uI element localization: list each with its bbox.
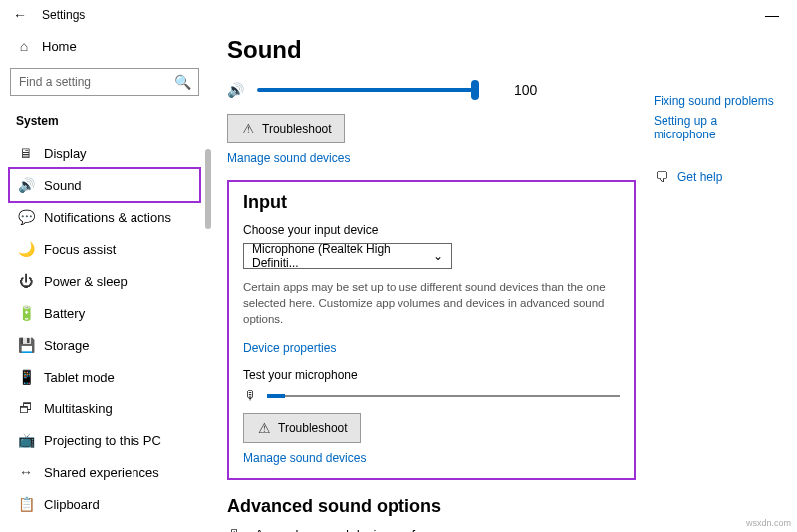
- troubleshoot-input-button[interactable]: ⚠ Troubleshoot: [243, 413, 361, 443]
- volume-value: 100: [514, 82, 537, 98]
- nav-label: Shared experiences: [44, 465, 159, 480]
- advanced-section: Advanced sound options 🎚 App volume and …: [227, 496, 777, 532]
- btn-label: Troubleshoot: [278, 421, 348, 435]
- sidebar-item-notifications[interactable]: 💬Notifications & actions: [10, 201, 199, 233]
- search-input[interactable]: Find a setting 🔍: [10, 68, 199, 96]
- choose-device-label: Choose your input device: [243, 223, 620, 237]
- multi-icon: 🗗: [18, 400, 34, 416]
- fixing-problems-link[interactable]: Fixing sound problems: [654, 94, 783, 108]
- sidebar-item-multitasking[interactable]: 🗗Multitasking: [10, 393, 199, 424]
- shared-icon: ↔: [18, 464, 34, 480]
- sidebar-item-display[interactable]: 🖥Display: [10, 137, 199, 169]
- tablet-icon: 📱: [18, 369, 34, 385]
- nav-label: Projecting to this PC: [44, 433, 161, 448]
- clip-icon: 📋: [18, 496, 34, 512]
- select-value: Microphone (Realtek High Definiti...: [252, 242, 433, 270]
- sidebar-item-focus[interactable]: 🌙Focus assist: [10, 233, 199, 265]
- advanced-heading: Advanced sound options: [227, 496, 777, 517]
- watermark: wsxdn.com: [746, 518, 791, 528]
- manage-output-link[interactable]: Manage sound devices: [227, 151, 350, 165]
- sidebar-item-projecting[interactable]: 📺Projecting to this PC: [10, 424, 199, 456]
- input-heading: Input: [243, 192, 620, 213]
- home-icon: ⌂: [16, 38, 32, 54]
- sidebar-item-sound[interactable]: 🔊Sound: [8, 167, 201, 203]
- input-device-select[interactable]: Microphone (Realtek High Definiti... ⌄: [243, 243, 452, 269]
- nav-label: Tablet mode: [44, 370, 115, 385]
- setup-mic-link[interactable]: Setting up a microphone: [654, 114, 783, 141]
- main-content: Sound 🔊 100 ⚠ Troubleshoot Manage sound …: [209, 30, 797, 532]
- manage-input-link[interactable]: Manage sound devices: [243, 451, 366, 465]
- related-links: Fixing sound problems Setting up a micro…: [654, 94, 783, 185]
- volume-icon: 🔊: [227, 82, 243, 98]
- device-properties-link[interactable]: Device properties: [243, 341, 336, 355]
- notify-icon: 💬: [18, 209, 34, 225]
- sidebar-item-tablet[interactable]: 📱Tablet mode: [10, 361, 199, 393]
- mic-icon: 🎙: [243, 388, 259, 403]
- search-placeholder: Find a setting: [19, 75, 174, 89]
- nav-label: Notifications & actions: [44, 210, 171, 225]
- input-section: Input Choose your input device Microphon…: [227, 180, 636, 480]
- battery-icon: 🔋: [18, 305, 34, 321]
- sidebar: ⌂ Home Find a setting 🔍 System 🖥Display …: [0, 30, 209, 532]
- sliders-icon: 🎚: [227, 527, 243, 532]
- get-help[interactable]: 🗨 Get help: [654, 169, 783, 185]
- nav-label: Power & sleep: [44, 274, 128, 289]
- nav-label: Multitasking: [44, 401, 113, 416]
- nav-label: Battery: [44, 306, 85, 321]
- chevron-down-icon: ⌄: [433, 249, 443, 263]
- sidebar-item-power[interactable]: ⏻Power & sleep: [10, 265, 199, 297]
- advanced-item[interactable]: 🎚 App volume and device preferences Cust…: [227, 527, 777, 532]
- btn-label: Troubleshoot: [262, 122, 332, 135]
- mic-level-bar: [267, 395, 620, 397]
- minimize-button[interactable]: —: [757, 7, 787, 23]
- warning-icon: ⚠: [240, 121, 256, 136]
- sidebar-section: System: [10, 110, 199, 137]
- advanced-item-title: App volume and device preferences: [255, 527, 560, 532]
- warning-icon: ⚠: [256, 420, 272, 436]
- home-label: Home: [42, 39, 77, 54]
- get-help-link[interactable]: Get help: [677, 170, 722, 184]
- help-icon: 🗨: [654, 169, 669, 185]
- back-button[interactable]: ←: [10, 7, 30, 23]
- sidebar-item-shared[interactable]: ↔Shared experiences: [10, 456, 199, 488]
- nav-label: Display: [44, 146, 87, 161]
- display-icon: 🖥: [18, 145, 34, 161]
- input-description: Certain apps may be set up to use differ…: [243, 279, 620, 327]
- power-icon: ⏻: [18, 273, 34, 289]
- nav-label: Focus assist: [44, 242, 116, 257]
- sidebar-item-storage[interactable]: 💾Storage: [10, 329, 199, 361]
- sidebar-item-battery[interactable]: 🔋Battery: [10, 297, 199, 329]
- test-mic-label: Test your microphone: [243, 368, 620, 382]
- focus-icon: 🌙: [18, 241, 34, 257]
- search-icon: 🔍: [174, 74, 190, 90]
- page-title: Sound: [227, 36, 777, 64]
- window-title: Settings: [42, 8, 85, 22]
- sidebar-item-clipboard[interactable]: 📋Clipboard: [10, 488, 199, 520]
- nav-label: Clipboard: [44, 497, 100, 512]
- storage-icon: 💾: [18, 337, 34, 353]
- sidebar-home[interactable]: ⌂ Home: [10, 30, 199, 62]
- nav-label: Sound: [44, 178, 82, 193]
- slider-thumb[interactable]: [471, 80, 479, 100]
- sound-icon: 🔊: [18, 177, 34, 193]
- troubleshoot-output-button[interactable]: ⚠ Troubleshoot: [227, 114, 345, 143]
- volume-slider[interactable]: [257, 88, 476, 92]
- nav-label: Storage: [44, 338, 90, 353]
- project-icon: 📺: [18, 432, 34, 448]
